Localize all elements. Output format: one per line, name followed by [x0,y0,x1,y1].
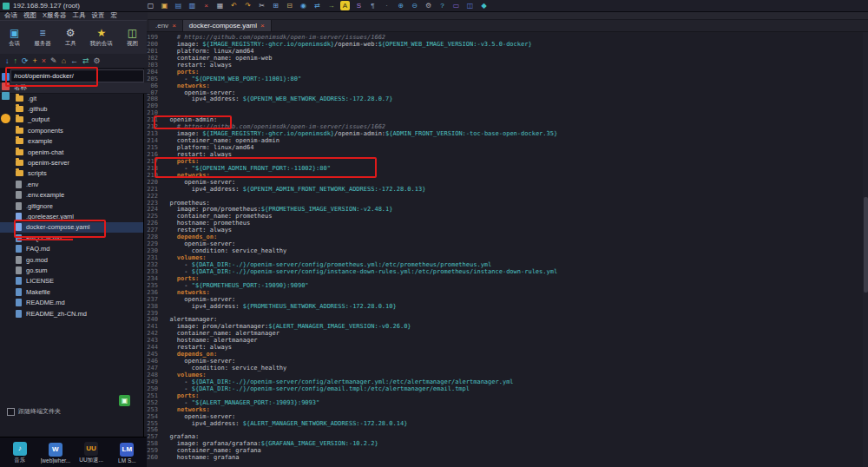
file-row[interactable]: _output [0,115,143,125]
settings-icon[interactable]: ⚙ [424,1,433,10]
path-input[interactable] [10,69,144,82]
file-row[interactable]: FAQ.md [0,243,143,253]
zoom-in-icon[interactable]: ⊕ [396,1,405,10]
file-row[interactable]: example [0,136,143,147]
code-line: 210 [146,110,868,117]
menu-item[interactable]: 设置 [92,11,105,20]
session-button[interactable]: ▣会话 [9,28,20,48]
code-line: 208 ipv4_address: ${OPENIM_WEB_NETWORK_A… [146,96,868,103]
file-row[interactable]: .github [0,103,143,114]
remote-monitoring-icon[interactable]: ▣ [119,395,130,406]
file-row[interactable]: components [0,125,143,135]
copy-icon[interactable]: ⊞ [271,1,280,10]
zoom-out-icon[interactable]: ⊖ [410,1,419,10]
undo-icon[interactable]: ↶ [229,1,239,10]
code-text: hostname: grafana [162,455,240,462]
code-area[interactable]: 199 # https://github.com/openimsdk/open-… [144,32,868,467]
new-folder-icon[interactable]: + [33,56,37,65]
file-row[interactable]: .goreleaser.yaml [0,211,143,221]
follow-terminal-option[interactable]: 跟随终端文件夹 [7,407,61,416]
file-list-header[interactable]: ▾ 名称 [0,82,150,94]
replace-icon[interactable]: ⇄ [312,1,322,10]
back-icon[interactable]: ← [70,56,78,65]
menu-item[interactable]: X服务器 [43,11,67,20]
new-file-icon[interactable]: ▢ [146,1,155,10]
home-icon[interactable]: ⌂ [62,56,66,65]
taskbar-item[interactable]: LMLM S... [109,443,144,464]
save-all-icon[interactable]: ▥ [187,1,197,10]
follow-terminal-checkbox[interactable] [7,408,15,416]
tools-button[interactable]: ⚙工具 [65,28,76,48]
file-row[interactable]: .gitignore [0,201,143,211]
view-button[interactable]: ◫视图 [127,28,138,48]
file-row[interactable]: openim-chat [0,147,143,157]
file-row[interactable]: scripts [0,168,143,179]
taskbar-item[interactable]: ♪音乐 [3,442,37,464]
terminal-icon[interactable]: ▭ [451,1,461,10]
download-icon[interactable]: ↓ [5,56,10,65]
menu-item[interactable]: 工具 [73,11,86,20]
editor-scrollbar[interactable] [863,32,868,467]
macros-icon[interactable] [2,82,10,90]
help-icon[interactable]: ? [437,1,447,10]
palette-icon[interactable]: ◆ [479,1,489,10]
paste-icon[interactable]: ⊟ [285,1,294,10]
close-icon[interactable]: × [172,23,176,30]
redo-icon[interactable]: ↷ [243,1,253,10]
print-icon[interactable]: ▦ [215,1,225,10]
close-icon[interactable]: × [260,23,265,30]
taskbar-item[interactable]: UUUU加速... [74,442,108,464]
menu-item[interactable]: 会话 [4,11,17,20]
menu-item[interactable]: 宏 [111,11,118,20]
file-list: .git.github_outputcomponentsexampleopeni… [0,93,143,437]
syntax-icon[interactable]: S [354,1,364,10]
highlight-icon[interactable]: A [340,1,350,10]
name-column-label: 名称 [14,83,27,92]
servers-button[interactable]: ≡服务器 [34,28,51,48]
file-icon [16,202,22,210]
file-row[interactable]: README_zh-CN.md [0,308,143,319]
file-row[interactable]: .env [0,179,143,189]
editor-tab[interactable]: docker-compose.yaml× [183,20,272,31]
quick-connect-icon[interactable] [2,73,10,81]
scrollbar-thumb[interactable] [864,197,868,293]
open-file-icon[interactable]: ▣ [160,1,169,10]
file-row[interactable]: .env.example [0,190,143,201]
close-file-icon[interactable]: × [201,1,211,10]
upload-icon[interactable]: ↑ [14,56,18,65]
code-line: 215 platform: linux/amd64 [146,145,868,152]
editor-tab[interactable]: .env× [149,20,183,31]
file-row[interactable]: docker-compose.yaml [0,222,143,233]
menu-item[interactable]: 视图 [23,11,36,20]
edit-icon[interactable]: ✎ [50,56,57,65]
goto-line-icon[interactable]: → [326,1,336,10]
split-view-icon[interactable]: ◫ [465,1,475,10]
app-icon [3,3,10,10]
file-name: .env.example [26,191,64,199]
file-row[interactable]: Makefile [0,286,143,297]
file-row[interactable]: openim-server [0,157,143,168]
app-icon: LM [120,443,134,457]
cut-icon[interactable]: ✂ [257,1,266,10]
keyring-icon[interactable] [1,114,10,123]
tools-panel-icon[interactable] [2,92,10,100]
file-row[interactable]: go.mod [0,254,143,265]
code-line: 202 container_name: openim-web [146,56,868,62]
file-row[interactable]: go.sum [0,265,143,275]
settings-icon[interactable]: ⚙ [94,56,101,65]
file-row[interactable]: .git [0,93,143,103]
word-wrap-icon[interactable]: ¶ [368,1,378,10]
search-icon[interactable]: ◉ [299,1,308,10]
file-name: scripts [28,169,47,177]
refresh-icon[interactable]: ⟳ [22,56,29,65]
my-sessions-button[interactable]: ★我的会话 [90,28,113,48]
code-line: 209 [146,103,868,110]
delete-icon[interactable]: × [42,56,46,65]
save-icon[interactable]: ▤ [174,1,183,10]
code-line: 222 [146,194,868,201]
sync-terminal-icon[interactable]: ⇄ [82,56,89,65]
file-row[interactable]: README.md [0,297,143,307]
file-row[interactable]: LICENSE [0,276,143,286]
whitespace-icon[interactable]: · [382,1,391,10]
taskbar-item[interactable]: W[web]wher... [38,443,73,464]
